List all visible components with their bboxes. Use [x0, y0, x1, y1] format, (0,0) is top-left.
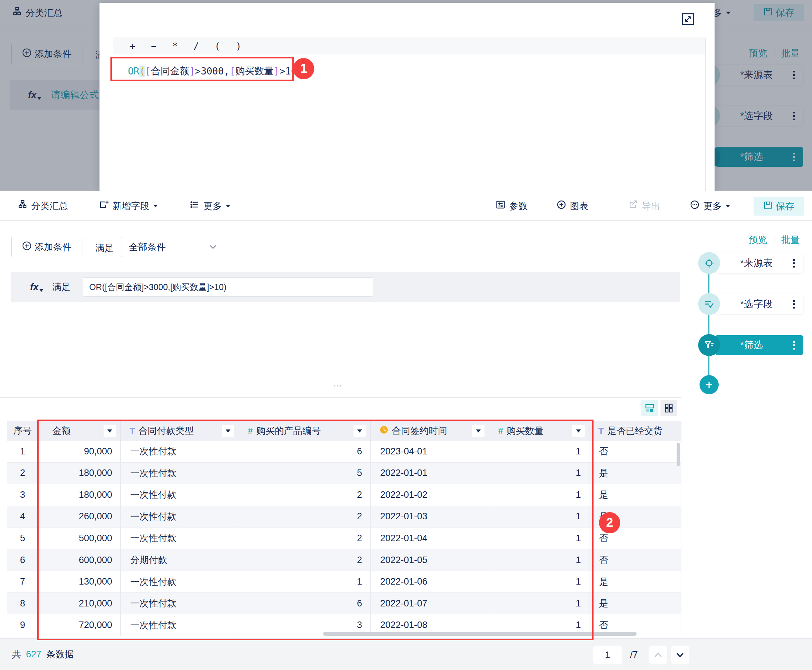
page-input[interactable]: 1 [593, 646, 622, 664]
table-cell: 是 [590, 484, 681, 506]
node-menu-icon[interactable] [793, 341, 795, 350]
table-cell: 一次性付款 [121, 441, 239, 462]
add-condition-button[interactable]: 添加条件 [11, 237, 82, 257]
formula-token: ] [189, 66, 195, 77]
table-cell: 1 [239, 571, 371, 592]
match-mode-select[interactable]: 全部条件 [121, 237, 224, 257]
row-view-toggle[interactable] [641, 400, 658, 416]
formula-code-line[interactable]: OR([合同金额]>3000,[购买数量]>10) [128, 61, 303, 81]
page-up-button[interactable] [649, 646, 667, 664]
operator-button[interactable]: ) [228, 41, 249, 51]
table-cell: 1 [489, 571, 590, 592]
batch-link[interactable]: 批量 [781, 234, 800, 246]
horizontal-scrollbar[interactable] [323, 632, 637, 636]
table-cell: 2 [239, 506, 371, 528]
export-label: 导出 [642, 200, 660, 212]
chart-add-icon [557, 200, 566, 212]
node-menu-icon[interactable] [793, 300, 795, 308]
params-icon [496, 200, 505, 212]
status-bar: 共 627 条数据 1 /7 [0, 638, 812, 670]
table-cell: 6 [7, 550, 39, 571]
table-row[interactable]: 190,000一次性付款62023-04-011否 [7, 441, 681, 463]
more-left-menu[interactable]: 更多 [190, 191, 231, 220]
table-cell: 1 [489, 506, 590, 528]
params-button[interactable]: 参数 [496, 191, 527, 220]
text-type-icon: T [598, 426, 604, 436]
chevron-down-icon [225, 205, 231, 207]
table-cell: 1 [489, 484, 590, 506]
number-type-icon: # [498, 426, 503, 436]
column-filter-button[interactable] [103, 425, 116, 437]
plus-circle-icon [22, 241, 31, 253]
table-cell: 分期付款 [121, 550, 239, 571]
column-header-3: T合同付款类型 [121, 421, 239, 441]
table-cell: 一次性付款 [121, 593, 239, 614]
collapse-handle[interactable]: ⋯ [333, 381, 343, 391]
table-cell: 一次性付款 [121, 614, 239, 636]
table-cell: 600,000 [39, 550, 121, 571]
formula-token: [ [145, 66, 151, 77]
column-label: 购买数量 [506, 425, 543, 437]
column-filter-button[interactable] [472, 425, 485, 437]
table-row[interactable]: 4260,000一次性付款22022-01-031是 [7, 506, 681, 528]
table-cell: 否 [590, 441, 681, 462]
save-button[interactable]: 保存 [754, 197, 804, 216]
grid-layout-icon [663, 403, 674, 413]
column-label: 金额 [52, 425, 71, 437]
fx-icon: fx [30, 281, 39, 293]
table-cell: 一次性付款 [121, 571, 239, 592]
formula-token: , [224, 66, 230, 77]
node-menu-icon[interactable] [793, 259, 795, 267]
save-icon [763, 201, 772, 212]
table-cell: 2022-01-06 [371, 571, 489, 592]
table-cell: 一次性付款 [121, 484, 239, 506]
list-icon [190, 200, 200, 212]
operator-button[interactable]: ( [207, 41, 228, 51]
table-row[interactable]: 2180,000一次性付款52022-01-011是 [7, 463, 681, 484]
more-right-label: 更多 [703, 200, 722, 212]
add-step-button[interactable] [700, 375, 719, 394]
table-cell: 5 [239, 463, 371, 484]
table-cell: 9 [7, 614, 39, 636]
flow-node-1[interactable]: *来源表 [715, 253, 803, 273]
preview-link[interactable]: 预览 [749, 234, 767, 246]
grid-view-toggle[interactable] [661, 400, 677, 416]
table-cell: 否 [590, 550, 681, 571]
table-cell: 500,000 [39, 528, 121, 549]
table-cell: 是 [590, 571, 681, 592]
column-label: 合同付款类型 [139, 425, 194, 437]
column-filter-button[interactable] [222, 425, 234, 437]
table-row[interactable]: 7130,000一次性付款12022-01-061是 [7, 571, 681, 593]
table-row[interactable]: 6600,000分期付款22022-01-051否 [7, 550, 681, 571]
flow-node-2[interactable]: *选字段 [715, 294, 803, 314]
operator-button[interactable]: + [122, 41, 143, 51]
table-row[interactable]: 3180,000一次性付款22022-01-021是 [7, 484, 681, 506]
page-down-button[interactable] [671, 646, 689, 664]
operator-button[interactable]: / [186, 41, 207, 51]
flow-node-3[interactable]: *筛选 [715, 335, 803, 355]
table-row[interactable]: 5500,000一次性付款22022-01-041否 [7, 528, 681, 550]
flow-connector [709, 263, 709, 376]
operator-bar: +−*/() [113, 38, 705, 54]
column-filter-button[interactable] [572, 425, 585, 437]
column-header-4: #购买的产品编号 [239, 421, 371, 441]
formula-token: 合同金额 [151, 64, 189, 78]
table-cell: 1 [7, 441, 39, 462]
chart-button[interactable]: 图表 [557, 191, 588, 220]
column-filter-button[interactable] [354, 425, 366, 437]
operator-button[interactable]: * [164, 41, 186, 51]
more-right-menu[interactable]: 更多 [690, 191, 730, 220]
data-table: 序号金额T合同付款类型#购买的产品编号合同签约时间#购买数量T是否已经交货190… [7, 421, 681, 638]
add-field-menu[interactable]: 新增字段 [99, 191, 158, 220]
toolbar-divider [610, 200, 610, 212]
formula-input[interactable]: OR([合同金额]>3000,[购买数量]>10) [83, 277, 373, 296]
triangle-down-icon [576, 430, 581, 433]
preview-batch-links: 预览 批量 [749, 234, 800, 245]
chart-label: 图表 [570, 200, 588, 212]
operator-button[interactable]: − [143, 41, 164, 51]
table-cell: 2 [239, 528, 371, 549]
vertical-scrollbar[interactable] [676, 443, 680, 466]
export-button[interactable]: 导出 [629, 191, 660, 220]
table-row[interactable]: 8210,000一次性付款62022-01-071是 [7, 593, 681, 615]
expand-icon[interactable] [682, 13, 694, 27]
